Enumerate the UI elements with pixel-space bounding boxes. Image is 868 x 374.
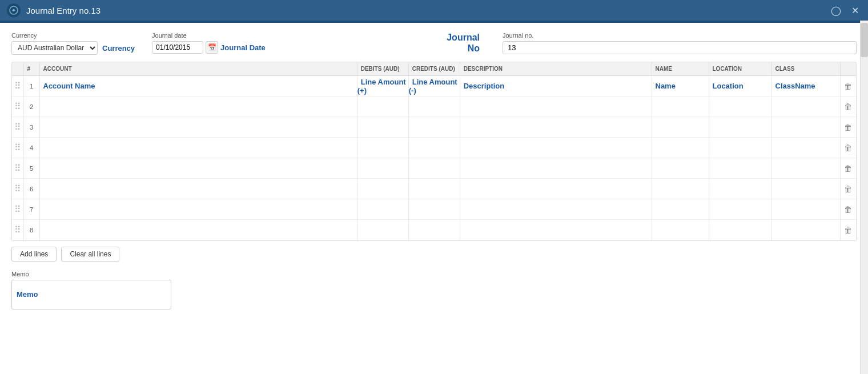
name-cell-2[interactable] (652, 96, 709, 117)
debit-cell-3[interactable] (357, 117, 408, 138)
location-cell-3[interactable] (709, 117, 771, 138)
delete-row-3-button[interactable]: 🗑 (844, 123, 852, 132)
name-cell-8[interactable] (652, 220, 709, 240)
delete-cell-1[interactable]: 🗑 (840, 76, 856, 96)
location-cell-1[interactable]: Location (709, 76, 771, 96)
debit-cell-7[interactable] (357, 199, 408, 220)
table-row: ⠿ 2 🗑 (12, 96, 856, 117)
location-cell-5[interactable] (709, 158, 771, 179)
table-row: ⠿ 6 🗑 (12, 179, 856, 199)
help-icon: ◯ (831, 6, 841, 15)
account-cell-5[interactable] (39, 158, 357, 179)
delete-row-5-button[interactable]: 🗑 (844, 164, 852, 173)
delete-row-2-button[interactable]: 🗑 (844, 102, 852, 111)
drag-handle[interactable]: ⠿ (12, 76, 23, 96)
debit-cell-8[interactable] (357, 220, 408, 240)
credit-cell-4[interactable] (408, 138, 460, 158)
debit-cell-5[interactable] (357, 158, 408, 179)
titlebar-left: Journal Entry no.13 (7, 3, 101, 17)
credit-cell-3[interactable] (408, 117, 460, 138)
credit-cell-2[interactable] (408, 96, 460, 117)
desc-cell-4[interactable] (460, 138, 652, 158)
delete-row-1-button[interactable]: 🗑 (844, 82, 852, 91)
currency-dropdown[interactable]: AUD Australian Dollar (11, 41, 98, 55)
drag-handle[interactable]: ⠿ (12, 138, 23, 158)
journal-date-input[interactable] (152, 41, 203, 54)
journal-no-input[interactable] (503, 41, 857, 54)
delete-row-7-button[interactable]: 🗑 (844, 205, 852, 214)
class-cell-1[interactable]: ClassName (771, 76, 840, 96)
drag-handle[interactable]: ⠿ (12, 220, 23, 240)
class-cell-3[interactable] (771, 117, 840, 138)
credit-cell-7[interactable] (408, 199, 460, 220)
credit-cell-6[interactable] (408, 179, 460, 199)
drag-handle[interactable]: ⠿ (12, 179, 23, 199)
name-cell-4[interactable] (652, 138, 709, 158)
help-button[interactable]: ◯ (829, 4, 843, 17)
credit-cell-1[interactable]: Line Amount (-) (408, 76, 460, 96)
desc-cell-8[interactable] (460, 220, 652, 240)
delete-row-8-button[interactable]: 🗑 (844, 226, 852, 235)
desc-cell-5[interactable] (460, 158, 652, 179)
journal-date-label: Journal date (152, 32, 266, 39)
class-cell-8[interactable] (771, 220, 840, 240)
class-cell-7[interactable] (771, 199, 840, 220)
location-cell-8[interactable] (709, 220, 771, 240)
close-button[interactable]: ✕ (849, 4, 861, 17)
location-cell-2[interactable] (709, 96, 771, 117)
table-row: ⠿ 8 🗑 (12, 220, 856, 240)
account-cell-3[interactable] (39, 117, 357, 138)
drag-handle[interactable]: ⠿ (12, 96, 23, 117)
credit-cell-5[interactable] (408, 158, 460, 179)
credit-cell-8[interactable] (408, 220, 460, 240)
class-cell-2[interactable] (771, 96, 840, 117)
col-class: CLASS (771, 62, 840, 76)
desc-cell-2[interactable] (460, 96, 652, 117)
desc-cell-6[interactable] (460, 179, 652, 199)
debit-cell-1[interactable]: Line Amount (+) (357, 76, 408, 96)
delete-row-4-button[interactable]: 🗑 (844, 143, 852, 152)
clear-all-lines-button[interactable]: Clear all lines (61, 247, 119, 262)
drag-handle[interactable]: ⠿ (12, 199, 23, 220)
memo-label: Memo (11, 271, 857, 278)
account-cell-4[interactable] (39, 138, 357, 158)
add-lines-button[interactable]: Add lines (11, 247, 57, 262)
scrollbar[interactable] (860, 21, 868, 319)
date-input-wrap: 📅 Journal Date (152, 41, 266, 54)
name-cell-1[interactable]: Name (652, 76, 709, 96)
scrollbar-thumb[interactable] (861, 23, 868, 57)
journal-date-group: Journal date 📅 Journal Date (152, 32, 266, 54)
class-cell-4[interactable] (771, 138, 840, 158)
name-cell-6[interactable] (652, 179, 709, 199)
drag-handle[interactable]: ⠿ (12, 117, 23, 138)
memo-text: Memo (17, 290, 38, 299)
name-cell-3[interactable] (652, 117, 709, 138)
location-cell-7[interactable] (709, 199, 771, 220)
col-num: # (23, 62, 39, 76)
account-cell-7[interactable] (39, 199, 357, 220)
account-cell-2[interactable] (39, 96, 357, 117)
delete-row-6-button[interactable]: 🗑 (844, 184, 852, 194)
desc-cell-7[interactable] (460, 199, 652, 220)
debit-cell-6[interactable] (357, 179, 408, 199)
name-cell-5[interactable] (652, 158, 709, 179)
col-drag (12, 62, 23, 76)
account-cell-6[interactable] (39, 179, 357, 199)
class-cell-6[interactable] (771, 179, 840, 199)
row-num: 7 (23, 199, 39, 220)
debit-cell-4[interactable] (357, 138, 408, 158)
desc-cell-3[interactable] (460, 117, 652, 138)
class-cell-5[interactable] (771, 158, 840, 179)
account-cell-1[interactable]: Account Name (39, 76, 357, 96)
journal-lines-table-wrap: # ACCOUNT DEBITS (AUD) CREDITS (AUD) DES… (11, 62, 857, 241)
location-cell-4[interactable] (709, 138, 771, 158)
memo-box[interactable]: Memo (11, 280, 171, 309)
name-cell-7[interactable] (652, 199, 709, 220)
debit-cell-2[interactable] (357, 96, 408, 117)
close-icon: ✕ (851, 6, 859, 15)
calendar-icon[interactable]: 📅 (206, 41, 218, 54)
account-cell-8[interactable] (39, 220, 357, 240)
desc-cell-1[interactable]: Description (460, 76, 652, 96)
drag-handle[interactable]: ⠿ (12, 158, 23, 179)
location-cell-6[interactable] (709, 179, 771, 199)
